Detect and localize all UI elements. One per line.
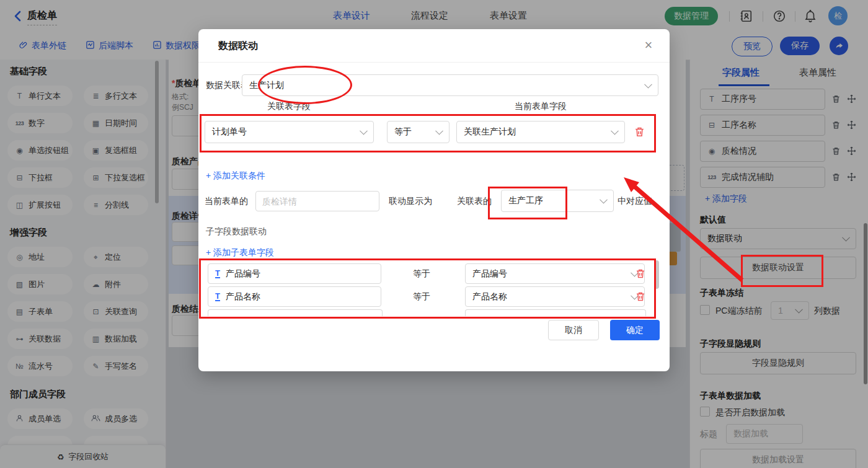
linked-table-label: 关联表的	[457, 196, 492, 207]
cancel-button[interactable]: 取消	[548, 320, 599, 340]
modal-title: 数据联动	[218, 40, 258, 53]
condition-left-select[interactable]: 计划单号	[205, 121, 374, 143]
subfield-right-select[interactable]: 产品名称	[465, 286, 645, 307]
confirm-button[interactable]: 确定	[610, 320, 660, 340]
corresponding-value-label: 中对应值	[618, 196, 652, 207]
select-value: 生产计划	[249, 80, 284, 91]
modal-list-scrollbar[interactable]	[654, 260, 659, 289]
close-icon[interactable]: ×	[640, 37, 657, 54]
modal-header: 数据联动 ×	[198, 29, 670, 63]
subfield-linkage-title: 子字段数据联动	[206, 226, 267, 237]
subfield-left-box[interactable]: T产品编号	[208, 263, 381, 284]
data-linkage-modal: 数据联动 × 数据关联表 生产计划 关联表字段 当前表单字段 计划单号 等于 关…	[198, 29, 670, 371]
chevron-down-icon	[435, 127, 443, 135]
display-as-label: 联动显示为	[389, 196, 432, 207]
form-designer-app: 质检单 表单设计 流程设定 表单设置 数据管理 检 表单外链 后端脚本 数据权限	[0, 0, 868, 468]
subfield-name: 产品编号	[226, 268, 260, 280]
linked-field-select[interactable]: 生产工序	[501, 190, 614, 212]
select-value: 计划单号	[212, 126, 247, 138]
link-table-select[interactable]: 生产计划	[242, 74, 658, 96]
subfield-name: 产品名称	[226, 291, 260, 302]
subfield-operator: 等于	[413, 268, 430, 280]
select-value: 等于	[394, 126, 412, 138]
add-subfield-link[interactable]: + 添加子表单字段	[206, 247, 274, 258]
chevron-down-icon	[611, 127, 619, 135]
current-form-label: 当前表单的	[205, 196, 248, 207]
subfield-operator: 等于	[413, 291, 430, 302]
chevron-down-icon	[360, 127, 368, 135]
chevron-down-icon	[600, 196, 608, 204]
select-value: 产品名称	[472, 291, 507, 302]
subfield-right-box-partial	[465, 309, 646, 316]
chevron-down-icon	[644, 80, 652, 88]
single-text-icon: T	[215, 269, 220, 278]
select-value: 生产工序	[508, 195, 543, 206]
select-value: 产品编号	[472, 268, 507, 280]
column-header-left: 关联表字段	[267, 101, 311, 112]
condition-operator-select[interactable]: 等于	[387, 121, 450, 143]
display-field-input[interactable]	[255, 191, 379, 211]
delete-subfield-icon[interactable]	[635, 268, 646, 279]
single-text-icon: T	[215, 292, 220, 301]
column-header-right: 当前表单字段	[515, 101, 567, 112]
delete-condition-icon[interactable]	[634, 126, 645, 138]
subfield-left-box-partial	[208, 309, 383, 316]
add-condition-link[interactable]: + 添加关联条件	[206, 170, 265, 182]
select-value: 关联生产计划	[464, 126, 516, 138]
condition-right-select[interactable]: 关联生产计划	[456, 121, 625, 143]
subfield-right-select[interactable]: 产品编号	[465, 263, 645, 284]
delete-subfield-icon[interactable]	[635, 291, 646, 302]
subfield-left-box[interactable]: T产品名称	[208, 286, 381, 307]
